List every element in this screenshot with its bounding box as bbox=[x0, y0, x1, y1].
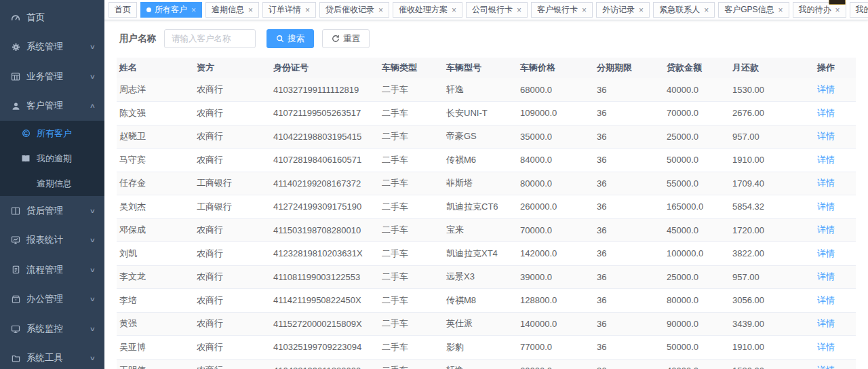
sidebar-item[interactable]: 系统管理 ∨ bbox=[0, 33, 104, 62]
cell-funder: 工商银行 bbox=[194, 195, 271, 219]
sidebar-item-label: 我的逾期 bbox=[37, 153, 72, 165]
cell-term: 36 bbox=[594, 149, 664, 172]
tab[interactable]: 所有客户 × bbox=[140, 2, 202, 18]
sidebar-item[interactable]: 报表统计 ∨ bbox=[0, 226, 104, 256]
search-form: 用户名称 搜索 重置 bbox=[104, 20, 868, 58]
col-funder: 资方 bbox=[194, 58, 271, 78]
tab[interactable]: 逾期信息 × bbox=[205, 2, 259, 18]
active-dot bbox=[146, 7, 151, 12]
detail-link[interactable]: 详情 bbox=[817, 365, 835, 369]
cell-vehicle-price: 80000.0 bbox=[517, 172, 594, 195]
close-icon[interactable]: × bbox=[452, 6, 456, 14]
cell-id-number: 410721199505263517 bbox=[271, 102, 379, 125]
close-icon[interactable]: × bbox=[517, 6, 521, 14]
detail-link[interactable]: 详情 bbox=[817, 84, 835, 94]
detail-link[interactable]: 详情 bbox=[817, 271, 835, 281]
tab-label: 我的流程 bbox=[856, 4, 868, 16]
detail-link[interactable]: 详情 bbox=[817, 201, 835, 212]
sidebar-item[interactable]: 所有客户 bbox=[0, 121, 104, 146]
office-icon bbox=[10, 294, 21, 304]
tab[interactable]: 公司银行卡 × bbox=[466, 2, 528, 18]
close-icon[interactable]: × bbox=[305, 6, 310, 14]
chevron-down-icon: ∨ bbox=[90, 326, 96, 332]
avatar-partial[interactable] bbox=[829, 0, 846, 5]
cell-monthly-payment: 5854.32 bbox=[730, 195, 814, 219]
cell-id-number: 411503198708280010 bbox=[271, 218, 379, 242]
cell-name: 吴刘杰 bbox=[117, 195, 194, 219]
tab[interactable]: 订单详情 × bbox=[262, 2, 316, 18]
close-icon[interactable]: × bbox=[835, 6, 840, 14]
cell-name: 王明伟 bbox=[117, 359, 194, 369]
tab[interactable]: 我的流程 × bbox=[850, 2, 868, 18]
grid-icon bbox=[10, 72, 21, 81]
sidebar-item[interactable]: 系统监控 ∨ bbox=[0, 314, 104, 344]
table-row: 吴亚博 农商行 410325199709223094 二手车 影豹 77000.… bbox=[117, 336, 856, 360]
cell-vehicle-price: 109000.0 bbox=[517, 102, 594, 125]
tab[interactable]: 贷后催收记录 × bbox=[319, 2, 389, 18]
cell-vehicle-model: 传祺M8 bbox=[443, 289, 517, 313]
tab[interactable]: 首页 bbox=[108, 2, 137, 18]
tab[interactable]: 催收处理方案 × bbox=[393, 2, 462, 18]
cell-vehicle-model: 传祺M6 bbox=[443, 149, 517, 172]
detail-link[interactable]: 详情 bbox=[817, 342, 835, 352]
cell-vehicle-model: 凯迪拉克XT4 bbox=[443, 242, 517, 266]
sidebar-item[interactable]: 系统工具 ∨ bbox=[0, 344, 104, 369]
sidebar-item[interactable]: 办公管理 ∨ bbox=[0, 285, 104, 315]
close-icon[interactable]: × bbox=[248, 6, 253, 14]
cell-vehicle-price: 68000.0 bbox=[517, 78, 594, 102]
book-icon bbox=[20, 154, 31, 163]
close-icon[interactable]: × bbox=[378, 6, 383, 14]
sidebar-item[interactable]: 我的逾期 bbox=[0, 146, 104, 171]
detail-link[interactable]: 详情 bbox=[817, 155, 835, 165]
detail-link[interactable]: 详情 bbox=[817, 178, 835, 188]
sidebar-item[interactable]: 流程管理 ∨ bbox=[0, 255, 104, 285]
sidebar-item[interactable]: 首页 bbox=[0, 3, 104, 33]
tab-label: 订单详情 bbox=[269, 4, 301, 16]
tab[interactable]: 紧急联系人 × bbox=[653, 2, 715, 18]
cell-vehicle-model: 宝来 bbox=[443, 218, 517, 242]
close-icon[interactable]: × bbox=[582, 6, 587, 14]
table-row: 李文龙 农商行 411081199003122553 二手车 远景X3 3900… bbox=[117, 265, 856, 289]
cell-name: 赵晓卫 bbox=[117, 125, 194, 149]
tab-label: 紧急联系人 bbox=[659, 4, 700, 16]
cell-funder: 农商行 bbox=[194, 312, 271, 336]
panels-icon bbox=[10, 206, 21, 216]
sidebar-item[interactable]: 贷后管理 ∨ bbox=[0, 196, 104, 226]
cell-monthly-payment: 2676.00 bbox=[730, 102, 814, 125]
cell-name: 李文龙 bbox=[117, 265, 194, 289]
tab-label: 客户GPS信息 bbox=[724, 4, 774, 16]
detail-link[interactable]: 详情 bbox=[817, 131, 835, 141]
detail-link[interactable]: 详情 bbox=[817, 295, 835, 305]
sidebar-item[interactable]: 逾期信息 bbox=[0, 171, 104, 196]
close-icon[interactable]: × bbox=[639, 6, 644, 14]
detail-link[interactable]: 详情 bbox=[817, 248, 835, 258]
sidebar-item[interactable]: 客户管理 ∧ bbox=[0, 92, 104, 121]
sidebar-item-label: 报表统计 bbox=[26, 234, 63, 246]
search-button[interactable]: 搜索 bbox=[267, 29, 314, 48]
tab-label: 贷后催收记录 bbox=[326, 4, 374, 16]
table-header-row: 姓名 资方 身份证号 车辆类型 车辆型号 车辆价格 分期期限 贷款金额 月还款 … bbox=[117, 58, 856, 78]
customers-table-wrap: 姓名 资方 身份证号 车辆类型 车辆型号 车辆价格 分期期限 贷款金额 月还款 … bbox=[104, 58, 868, 369]
cell-term: 36 bbox=[594, 102, 664, 125]
cell-vehicle-type: 二手车 bbox=[379, 218, 443, 242]
close-icon[interactable]: × bbox=[191, 6, 196, 14]
detail-link[interactable]: 详情 bbox=[817, 318, 835, 328]
sidebar-item-label: 办公管理 bbox=[26, 293, 63, 305]
tab-label: 逾期信息 bbox=[212, 4, 244, 16]
reset-button[interactable]: 重置 bbox=[322, 29, 370, 48]
customer-name-input[interactable] bbox=[164, 29, 256, 48]
cell-id-number: 411402199208167372 bbox=[271, 172, 379, 195]
detail-link[interactable]: 详情 bbox=[817, 108, 835, 118]
detail-link[interactable]: 详情 bbox=[817, 225, 835, 235]
circle-icon bbox=[20, 129, 31, 138]
cell-name: 陈文强 bbox=[117, 102, 194, 125]
sidebar-item[interactable]: 业务管理 ∨ bbox=[0, 62, 104, 92]
close-icon[interactable]: × bbox=[704, 6, 709, 14]
tab-label: 首页 bbox=[115, 4, 131, 16]
tab[interactable]: 外访记录 × bbox=[596, 2, 650, 18]
close-icon[interactable]: × bbox=[778, 6, 783, 14]
tab[interactable]: 客户银行卡 × bbox=[531, 2, 593, 18]
gear-icon bbox=[10, 42, 21, 52]
tab[interactable]: 客户GPS信息 × bbox=[718, 2, 789, 18]
tags-view-bar: 首页 所有客户 × 逾期信息 × 订单详情 bbox=[104, 0, 868, 20]
